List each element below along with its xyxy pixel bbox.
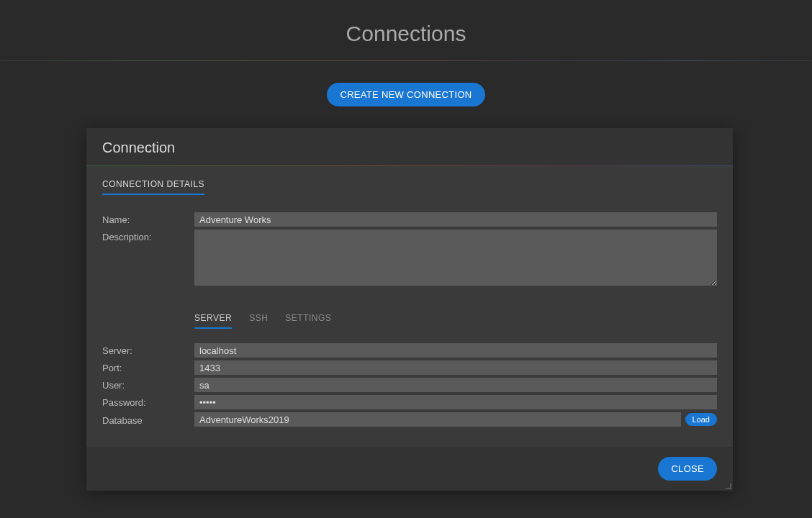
port-row: Port:	[102, 360, 717, 375]
password-label: Password:	[102, 395, 194, 408]
tab-settings[interactable]: SETTINGS	[285, 313, 331, 329]
load-button[interactable]: Load	[685, 413, 717, 426]
name-row: Name:	[102, 212, 717, 227]
main-tabs: CONNECTION DETAILS	[102, 179, 717, 195]
modal-title: Connection	[102, 140, 717, 156]
modal-body: CONNECTION DETAILS Name: Description: SE…	[86, 166, 733, 447]
tab-server[interactable]: SERVER	[194, 313, 232, 329]
database-label: Database	[102, 413, 194, 426]
description-row: Description:	[102, 230, 717, 286]
database-input[interactable]	[194, 412, 681, 427]
sub-tabs: SERVER SSH SETTINGS	[102, 313, 717, 329]
server-row: Server:	[102, 343, 717, 358]
tab-ssh[interactable]: SSH	[249, 313, 268, 329]
password-input[interactable]	[194, 395, 717, 409]
modal-header: Connection	[86, 128, 733, 166]
page-header: Connections	[0, 0, 812, 61]
user-input[interactable]	[194, 378, 717, 392]
page-title: Connections	[0, 22, 812, 46]
create-button-container: CREATE NEW CONNECTION	[0, 61, 812, 128]
database-row: Database Load	[102, 412, 717, 427]
server-input[interactable]	[194, 343, 717, 358]
tab-connection-details[interactable]: CONNECTION DETAILS	[102, 179, 204, 195]
description-label: Description:	[102, 230, 194, 242]
name-input[interactable]	[194, 212, 717, 227]
close-button[interactable]: CLOSE	[658, 457, 717, 481]
user-label: User:	[102, 378, 194, 391]
description-textarea[interactable]	[194, 230, 717, 286]
password-row: Password:	[102, 395, 717, 409]
connection-modal: Connection CONNECTION DETAILS Name: Desc…	[86, 128, 733, 491]
server-label: Server:	[102, 343, 194, 356]
port-input[interactable]	[194, 360, 717, 375]
name-label: Name:	[102, 212, 194, 225]
create-new-connection-button[interactable]: CREATE NEW CONNECTION	[327, 83, 484, 106]
user-row: User:	[102, 378, 717, 392]
port-label: Port:	[102, 360, 194, 373]
resize-handle-icon[interactable]	[724, 482, 731, 489]
database-input-wrap: Load	[194, 412, 717, 427]
modal-footer: CLOSE	[86, 447, 733, 491]
